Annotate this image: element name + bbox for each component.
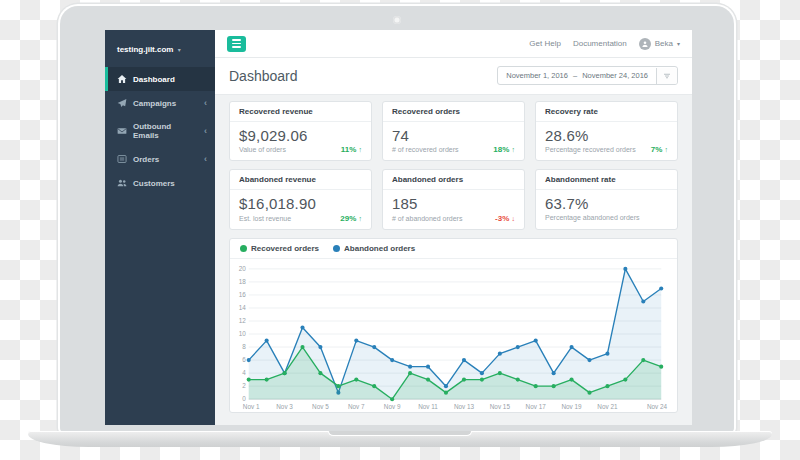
user-menu[interactable]: Beka ▾ (639, 38, 680, 50)
arrow-up-icon: ↑ (359, 146, 363, 153)
date-range-text: November 1, 2016 – November 24, 2016 (498, 67, 656, 84)
svg-text:Nov 24: Nov 24 (647, 402, 668, 409)
chevron-left-icon: ‹ (204, 99, 207, 108)
sidebar: testing.jilt.com ▾ Dashboard Campaigns ‹ (105, 30, 215, 425)
svg-text:Nov 17: Nov 17 (526, 402, 547, 409)
sidebar-item-dashboard[interactable]: Dashboard (105, 67, 215, 91)
svg-text:Nov 9: Nov 9 (384, 402, 401, 409)
stat-sublabel: Est. lost revenue (239, 215, 291, 222)
svg-text:14: 14 (239, 304, 247, 311)
svg-text:Nov 7: Nov 7 (348, 402, 365, 409)
sidebar-item-label: Orders (133, 155, 159, 164)
site-switcher[interactable]: testing.jilt.com ▾ (105, 30, 215, 67)
stat-value: 185 (392, 195, 515, 212)
sidebar-item-label: Campaigns (133, 99, 176, 108)
svg-text:2: 2 (242, 382, 246, 389)
legend-recovered-orders[interactable]: Recovered orders (240, 244, 319, 253)
legend-label: Recovered orders (251, 244, 319, 253)
chevron-left-icon: ‹ (204, 155, 207, 164)
stat-title: Recovered revenue (230, 102, 371, 122)
sidebar-item-outbound-emails[interactable]: Outbound Emails ‹ (105, 115, 215, 147)
order-list-icon (117, 154, 127, 164)
lines-icon (663, 72, 671, 80)
svg-text:Nov 15: Nov 15 (490, 402, 511, 409)
caret-down-icon: ▾ (178, 47, 181, 53)
stat-card-abandonment-rate: Abandonment rate 63.7% Percentage abando… (535, 169, 678, 229)
topbar: Get Help Documentation Beka ▾ (215, 30, 692, 58)
stat-value: 74 (392, 127, 515, 144)
sidebar-item-campaigns[interactable]: Campaigns ‹ (105, 91, 215, 115)
page-title: Dashboard (229, 68, 298, 84)
svg-text:0: 0 (242, 395, 246, 402)
stat-delta: 29% ↑ (340, 214, 362, 223)
sidebar-item-label: Outbound Emails (133, 122, 198, 140)
legend-dot-blue (333, 245, 340, 252)
svg-text:20: 20 (239, 265, 247, 272)
hamburger-menu-button[interactable] (227, 36, 246, 52)
svg-text:8: 8 (242, 343, 246, 350)
stat-title: Recovery rate (536, 102, 677, 122)
screen: testing.jilt.com ▾ Dashboard Campaigns ‹ (105, 30, 692, 425)
avatar (639, 38, 651, 50)
stat-title: Recovered orders (383, 102, 524, 122)
date-start: November 1, 2016 (506, 71, 568, 80)
date-range-picker[interactable]: November 1, 2016 – November 24, 2016 (497, 66, 678, 85)
documentation-link[interactable]: Documentation (573, 39, 627, 48)
stat-value: 63.7% (545, 195, 668, 212)
svg-text:Nov 1: Nov 1 (243, 402, 260, 409)
home-icon (117, 74, 127, 84)
stat-delta: 18% ↑ (493, 145, 515, 154)
stat-delta: -3% ↓ (495, 214, 515, 223)
stats-grid: Recovered revenue $9,029.06 Value of ord… (229, 101, 678, 230)
get-help-link[interactable]: Get Help (529, 39, 561, 48)
stat-sublabel: # of recovered orders (392, 146, 459, 153)
webcam-icon (393, 16, 401, 24)
laptop-frame: testing.jilt.com ▾ Dashboard Campaigns ‹ (60, 6, 734, 432)
legend-abandoned-orders[interactable]: Abandoned orders (333, 244, 415, 253)
stat-sublabel: Percentage abandoned orders (545, 214, 640, 221)
date-separator: – (573, 71, 577, 80)
date-range-options-button[interactable] (656, 68, 677, 84)
stat-value: $16,018.90 (239, 195, 362, 212)
stat-value: 28.6% (545, 127, 668, 144)
orders-chart-panel: Recovered orders Abandoned orders 024681… (229, 238, 678, 414)
laptop-base (28, 431, 772, 447)
date-end: November 24, 2016 (582, 71, 648, 80)
stat-title: Abandoned orders (383, 170, 524, 190)
arrow-down-icon: ↓ (512, 215, 516, 222)
svg-text:16: 16 (239, 291, 247, 298)
site-name: testing.jilt.com (117, 45, 173, 54)
sidebar-item-customers[interactable]: Customers (105, 171, 215, 195)
stat-card-recovered-revenue: Recovered revenue $9,029.06 Value of ord… (229, 101, 372, 161)
svg-text:12: 12 (239, 317, 247, 324)
svg-text:18: 18 (239, 278, 247, 285)
legend-dot-green (240, 245, 247, 252)
caret-down-icon: ▾ (677, 40, 680, 47)
orders-line-chart[interactable]: 02468101214161820Nov 1Nov 3Nov 5Nov 7Nov… (234, 263, 673, 412)
svg-text:4: 4 (242, 369, 246, 376)
svg-text:Nov 11: Nov 11 (418, 402, 438, 409)
stat-card-abandoned-revenue: Abandoned revenue $16,018.90 Est. lost r… (229, 169, 372, 229)
svg-text:Nov 19: Nov 19 (561, 402, 582, 409)
user-name: Beka (655, 39, 673, 48)
sidebar-item-label: Dashboard (133, 75, 175, 84)
stat-card-recovered-orders: Recovered orders 74 # of recovered order… (382, 101, 525, 161)
laptop-base-notch (328, 431, 472, 436)
stat-card-recovery-rate: Recovery rate 28.6% Percentage recovered… (535, 101, 678, 161)
arrow-up-icon: ↑ (512, 146, 516, 153)
stat-delta: 7% ↑ (651, 145, 668, 154)
stat-card-abandoned-orders: Abandoned orders 185 # of abandoned orde… (382, 169, 525, 229)
svg-text:6: 6 (242, 356, 246, 363)
dashboard-content: Recovered revenue $9,029.06 Value of ord… (215, 95, 692, 425)
svg-text:Nov 5: Nov 5 (312, 402, 329, 409)
stat-title: Abandoned revenue (230, 170, 371, 190)
sidebar-item-orders[interactable]: Orders ‹ (105, 147, 215, 171)
paper-plane-icon (117, 98, 127, 108)
main-area: Get Help Documentation Beka ▾ Dashboard (215, 30, 692, 425)
app-window: testing.jilt.com ▾ Dashboard Campaigns ‹ (105, 30, 692, 425)
svg-text:10: 10 (239, 330, 247, 337)
envelope-icon (117, 126, 127, 136)
stat-title: Abandonment rate (536, 170, 677, 190)
page-header: Dashboard November 1, 2016 – November 24… (215, 58, 692, 95)
legend-label: Abandoned orders (344, 244, 415, 253)
